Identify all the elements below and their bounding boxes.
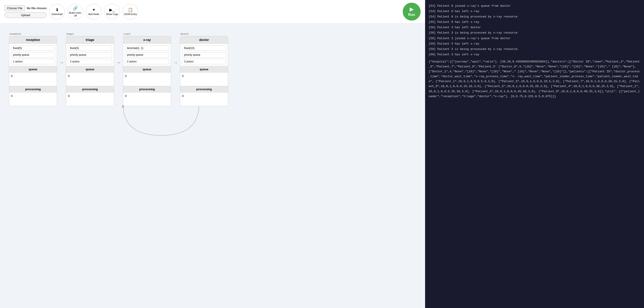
left-panel: Choose File No file chosen Upload ⬇ Down…	[0, 0, 425, 308]
triage-param1[interactable]	[68, 46, 112, 51]
triage-queue-label: queue	[66, 66, 114, 73]
node-card-xray: x-ray queue 0 processing 0	[123, 36, 171, 106]
reception-processing-value: 0	[9, 92, 57, 106]
xray-processing-value: 0	[123, 92, 171, 106]
reception-param1[interactable]	[11, 46, 55, 51]
triage-queue-value: 0	[66, 73, 114, 86]
build-links-icon: 🔗	[73, 6, 78, 11]
xray-processing-label: processing	[123, 86, 171, 92]
node-card-triage: triage queue 0 processing 0	[66, 36, 114, 106]
doctor-actors[interactable]	[182, 59, 226, 64]
run-button[interactable]: ▶ Run	[403, 3, 420, 21]
node-header-triage: triage	[66, 36, 114, 44]
node-wrapper-doctor: doctor2 doctor queue 0 processing 0	[180, 33, 228, 106]
xray-queue-value: 0	[123, 73, 171, 86]
xray-actors[interactable]	[125, 59, 169, 64]
xray-param2[interactable]	[125, 52, 169, 58]
log-line: [58] Patient 3 is being processed by x-r…	[429, 31, 640, 35]
arrow-icon-2: →	[116, 60, 121, 65]
show-logs-label: Show Logs	[106, 13, 118, 16]
doctor-queue-label: queue	[180, 66, 228, 73]
add-node-icon: ✦	[92, 8, 96, 13]
json-output: {"hospital":[["journey","wait","ratio"],…	[429, 59, 640, 99]
node-wrapper-xray: x-ray3 x-ray queue 0 processing 0	[123, 33, 180, 106]
node-header-reception: reception	[9, 36, 57, 44]
json-entry-button[interactable]: 📋 JSON Entry	[122, 4, 138, 20]
node-header-xray: x-ray	[123, 36, 171, 44]
log-line: [58] Patient 3 joined x-ray's queue from…	[429, 36, 640, 41]
log-container: [53] Patient 9 joined x-ray's queue from…	[429, 4, 640, 57]
node-id-doctor: doctor2	[180, 33, 228, 35]
build-links-button[interactable]: 🔗 Build Links: off	[68, 4, 83, 20]
doctor-param2[interactable]	[182, 52, 226, 58]
add-node-button[interactable]: ✦ Add Node	[86, 4, 102, 20]
doctor-queue-value: 0	[180, 73, 228, 86]
doctor-processing-value: 0	[180, 92, 228, 106]
node-card-reception: reception queue 0 processing 0	[9, 36, 57, 106]
arrow-icon-1: →	[59, 60, 64, 65]
node-config-reception	[9, 44, 57, 66]
toolbar: Choose File No file chosen Upload ⬇ Down…	[0, 0, 425, 24]
run-play-icon: ▶	[410, 7, 414, 12]
build-links-label: Build Links: off	[68, 12, 83, 17]
show-logs-icon: ▶_	[109, 8, 115, 13]
node-wrapper-reception: reception0 reception queue 0 processing …	[9, 33, 66, 106]
node-id-xray: x-ray3	[123, 33, 171, 35]
node-header-doctor: doctor	[180, 36, 228, 44]
reception-queue-label: queue	[9, 66, 57, 73]
log-line: [59] Patient 3 has left x-ray	[429, 42, 640, 46]
arrow-xray-doctor: →	[171, 60, 180, 65]
node-config-doctor	[180, 44, 228, 66]
xray-param1[interactable]	[125, 46, 169, 51]
log-line: [55] Patient 9 has left x-ray	[429, 20, 640, 25]
reception-processing-label: processing	[9, 86, 57, 92]
upload-button[interactable]: Upload	[4, 12, 46, 18]
reception-param2[interactable]	[11, 52, 55, 58]
download-label: Download	[52, 13, 62, 16]
canvas-area: reception0 reception queue 0 processing …	[0, 24, 425, 308]
reception-actors[interactable]	[11, 59, 55, 64]
triage-processing-value: 0	[66, 92, 114, 106]
log-line: [59] Patient 3 is being processed by x-r…	[429, 47, 640, 52]
log-line: [60] Patient 3 has left x-ray	[429, 52, 640, 57]
download-button[interactable]: ⬇ Download	[49, 4, 65, 20]
choose-file-row: Choose File No file chosen	[4, 5, 46, 11]
node-id-reception: reception0	[9, 33, 57, 35]
reception-queue-value: 0	[9, 73, 57, 86]
log-line: [54] Patient 9 has left x-ray	[429, 9, 640, 14]
triage-actors[interactable]	[68, 59, 112, 64]
node-wrapper-triage: triage1 triage queue 0 processing 0	[66, 33, 123, 106]
triage-processing-label: processing	[66, 86, 114, 92]
right-panel: [53] Patient 9 joined x-ray's queue from…	[425, 0, 644, 308]
no-file-text: No file chosen	[26, 7, 46, 10]
node-id-triage: triage1	[66, 33, 114, 35]
node-reception: reception0 reception queue 0 processing …	[9, 33, 57, 106]
file-input-section: Choose File No file chosen Upload	[4, 5, 46, 18]
log-line: [58] Patient 3 has left doctor	[429, 25, 640, 30]
xray-queue-label: queue	[123, 66, 171, 73]
run-label: Run	[408, 13, 415, 17]
node-config-triage	[66, 44, 114, 66]
node-doctor: doctor2 doctor queue 0 processing 0	[180, 33, 228, 106]
node-xray: x-ray3 x-ray queue 0 processing 0	[123, 33, 171, 106]
node-card-doctor: doctor queue 0 processing 0	[180, 36, 228, 106]
download-icon: ⬇	[56, 8, 59, 13]
log-line: [53] Patient 9 joined x-ray's queue from…	[429, 4, 640, 9]
doctor-processing-label: processing	[180, 86, 228, 92]
arrow-triage-xray: →	[114, 60, 123, 65]
triage-param2[interactable]	[68, 52, 112, 58]
show-logs-button[interactable]: ▶_ Show Logs	[104, 4, 120, 20]
arrow-icon-3: →	[173, 60, 178, 65]
add-node-label: Add Node	[88, 13, 99, 16]
json-entry-icon: 📋	[128, 8, 133, 13]
doctor-param1[interactable]	[182, 46, 226, 51]
nodes-container: reception0 reception queue 0 processing …	[4, 28, 420, 140]
log-line: [54] Patient 9 is being processed by x-r…	[429, 14, 640, 19]
choose-file-button[interactable]: Choose File	[4, 5, 25, 11]
json-entry-label: JSON Entry	[124, 13, 137, 16]
node-config-xray	[123, 44, 171, 66]
node-triage: triage1 triage queue 0 processing 0	[66, 33, 114, 106]
arrow-reception-triage: →	[57, 60, 66, 65]
